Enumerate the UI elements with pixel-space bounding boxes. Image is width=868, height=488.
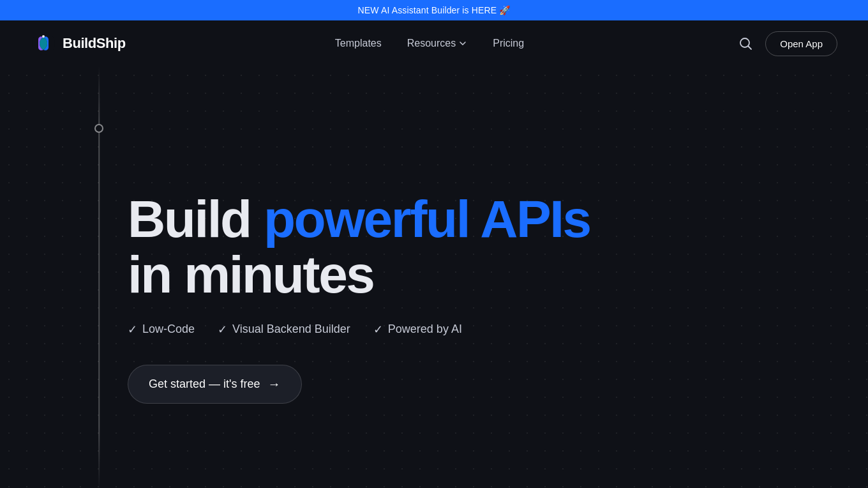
feature-badges: ✓ Low-Code ✓ Visual Backend Builder ✓ Po… xyxy=(128,323,868,337)
navbar: BuildShip Templates Resources Pricing Op… xyxy=(0,20,868,66)
svg-point-1 xyxy=(42,35,45,38)
arrow-right-icon: → xyxy=(268,377,281,392)
hero-content: Build powerful APIs in minutes ✓ Low-Cod… xyxy=(128,192,868,403)
feature-low-code: ✓ Low-Code xyxy=(128,323,195,337)
feature-powered-by-ai: ✓ Powered by AI xyxy=(373,323,462,337)
search-icon xyxy=(738,36,752,50)
search-button[interactable] xyxy=(733,31,758,56)
nav-templates[interactable]: Templates xyxy=(325,33,392,54)
feature-visual-backend: ✓ Visual Backend Builder xyxy=(218,323,350,337)
headline-line-2: in minutes xyxy=(128,247,868,302)
cta-label: Get started — it's free xyxy=(149,377,260,391)
chevron-down-icon xyxy=(458,39,467,48)
nav-pricing[interactable]: Pricing xyxy=(483,33,534,54)
headline-build-text: Build xyxy=(128,190,264,248)
nav-right: Open App xyxy=(733,31,837,56)
check-icon-3: ✓ xyxy=(373,323,383,337)
hero-section: Build powerful APIs in minutes ✓ Low-Cod… xyxy=(0,66,868,488)
hero-headline: Build powerful APIs in minutes xyxy=(128,192,868,301)
check-icon-1: ✓ xyxy=(128,323,137,337)
cta-get-started-button[interactable]: Get started — it's free → xyxy=(128,365,302,404)
logo-text: BuildShip xyxy=(63,35,126,52)
announcement-text: NEW AI Assistant Builder is HERE 🚀 xyxy=(358,5,511,15)
headline-line-1: Build powerful APIs xyxy=(128,192,868,247)
open-app-button[interactable]: Open App xyxy=(765,31,837,56)
logo[interactable]: BuildShip xyxy=(31,31,126,56)
buildship-logo-icon xyxy=(31,31,56,56)
announcement-bar: NEW AI Assistant Builder is HERE 🚀 xyxy=(0,0,868,20)
line-dot xyxy=(94,124,103,133)
nav-resources[interactable]: Resources xyxy=(397,33,477,54)
nav-links: Templates Resources Pricing xyxy=(325,33,534,54)
check-icon-2: ✓ xyxy=(218,323,227,337)
headline-powerful-apis-text: powerful APIs xyxy=(264,190,590,248)
